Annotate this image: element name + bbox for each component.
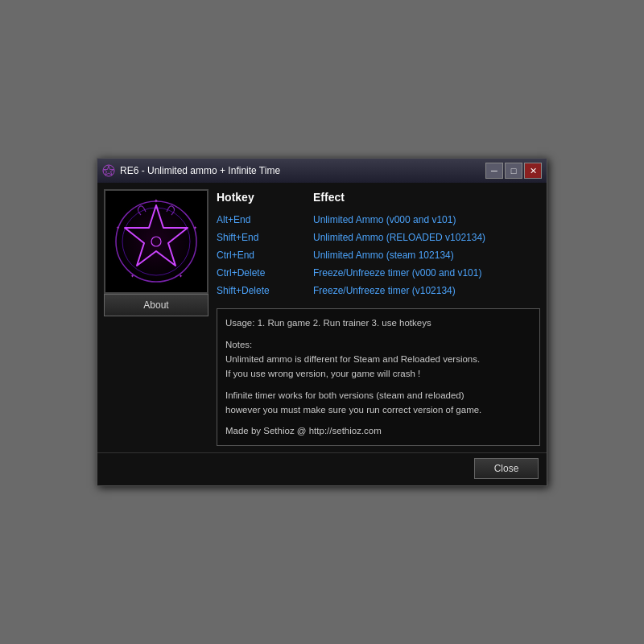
notes-line4: Infinite timer works for both versions (… [225, 390, 464, 400]
window-title: RE6 - Unlimited ammo + Infinite Time [120, 165, 280, 176]
bottom-bar: Close [97, 452, 547, 485]
hotkey-key-2: Shift+End [217, 232, 313, 243]
notes-line5: however you must make sure you run corre… [225, 405, 481, 415]
notes-credit: Made by Sethioz @ http://sethioz.com [225, 423, 531, 438]
hotkey-row-4: Ctrl+Delete Freeze/Unfreeze timer (v000 … [217, 265, 540, 281]
hotkey-effect-2: Unlimited Ammo (RELOADED v102134) [313, 232, 485, 243]
hotkey-effect-1: Unlimited Ammo (v000 and v101) [313, 214, 456, 225]
pentagram-logo: ✦ ✦ ✦ ✦ ✦ [112, 197, 200, 286]
notes-box: Usage: 1. Run game 2. Run trainer 3. use… [217, 308, 540, 446]
title-bar-buttons: ─ □ ✕ [485, 163, 542, 179]
minimize-button[interactable]: ─ [485, 163, 503, 179]
right-panel: Hotkey Effect Alt+End Unlimited Ammo (v0… [217, 189, 540, 446]
hotkey-effect-3: Unlimited Ammo (steam 102134) [313, 250, 454, 261]
hotkey-row-3: Ctrl+End Unlimited Ammo (steam 102134) [217, 247, 540, 263]
svg-marker-1 [104, 166, 114, 175]
hotkey-key-3: Ctrl+End [217, 250, 313, 261]
usage-text: Usage: 1. Run game 2. Run trainer 3. use… [225, 316, 531, 330]
about-button[interactable]: About [104, 294, 208, 316]
hotkey-table: Alt+End Unlimited Ammo (v000 and v101) S… [217, 212, 540, 299]
notes-block: Notes: Unlimited ammo is different for S… [225, 337, 531, 382]
notes-label: Notes: [225, 340, 252, 349]
notes-line2: Unlimited ammo is different for Steam an… [225, 354, 480, 364]
hotkey-key-4: Ctrl+Delete [217, 267, 313, 279]
title-bar: RE6 - Unlimited ammo + Infinite Time ─ □… [97, 159, 547, 183]
window-close-button[interactable]: ✕ [524, 163, 542, 179]
hotkey-column-header: Hotkey [217, 191, 313, 204]
svg-text:✦: ✦ [130, 274, 134, 279]
notes-timer: Infinite timer works for both versions (… [225, 388, 531, 418]
column-headers: Hotkey Effect [217, 191, 540, 207]
main-content: ✦ ✦ ✦ ✦ ✦ About Hotkey Effect [97, 183, 547, 452]
hotkey-row-2: Shift+End Unlimited Ammo (RELOADED v1021… [217, 229, 540, 246]
hotkey-effect-5: Freeze/Unfreeze timer (v102134) [313, 285, 456, 296]
svg-text:✦: ✦ [154, 198, 159, 204]
logo-box: ✦ ✦ ✦ ✦ ✦ [104, 189, 208, 294]
maximize-button[interactable]: □ [505, 163, 522, 179]
svg-text:✦: ✦ [179, 274, 183, 279]
svg-rect-2 [112, 197, 200, 286]
hotkey-row-5: Shift+Delete Freeze/Unfreeze timer (v102… [217, 283, 540, 299]
title-bar-left: RE6 - Unlimited ammo + Infinite Time [102, 164, 280, 177]
notes-line3: If you use wrong version, your game will… [225, 369, 420, 378]
close-button[interactable]: Close [474, 458, 539, 479]
app-icon [102, 164, 115, 177]
left-panel: ✦ ✦ ✦ ✦ ✦ About [104, 189, 208, 316]
main-window: RE6 - Unlimited ammo + Infinite Time ─ □… [97, 158, 547, 486]
hotkey-effect-4: Freeze/Unfreeze timer (v000 and v101) [313, 267, 481, 279]
svg-text:✦: ✦ [193, 225, 197, 230]
hotkey-key-5: Shift+Delete [217, 285, 313, 296]
svg-text:✦: ✦ [116, 225, 120, 230]
hotkey-key-1: Alt+End [217, 214, 313, 225]
hotkey-row-1: Alt+End Unlimited Ammo (v000 and v101) [217, 212, 540, 228]
effect-column-header: Effect [313, 191, 345, 204]
